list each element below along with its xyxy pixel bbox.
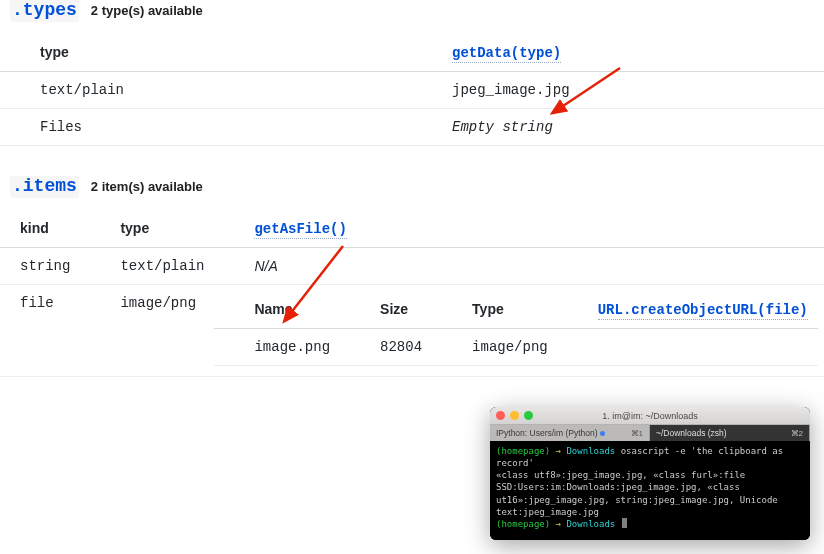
terminal-window: 1. im@im: ~/Downloads IPython: Users/im …: [490, 407, 810, 540]
items-row1-type: image/png: [80, 285, 214, 377]
types-col-getdata[interactable]: getData(type): [452, 45, 561, 63]
types-row0-getdata: jpeg_image.jpg: [412, 72, 824, 109]
terminal-tab-downloads[interactable]: ~/Downloads (zsh) ⌘2: [650, 425, 810, 441]
types-row0-type: text/plain: [0, 72, 412, 109]
types-table: type getData(type) text/plain jpeg_image…: [0, 34, 824, 146]
file-size: 82804: [340, 329, 432, 366]
items-col-kind: kind: [0, 210, 80, 248]
items-row0-type: text/plain: [80, 248, 214, 285]
terminal-titlebar: 1. im@im: ~/Downloads: [490, 407, 810, 425]
types-row1-type: Files: [0, 109, 412, 146]
file-col-url[interactable]: URL.createObjectURL(file): [598, 302, 808, 320]
cursor-icon: [622, 518, 627, 528]
types-heading: .types: [10, 0, 79, 22]
types-row1-getdata: Empty string: [412, 109, 824, 146]
file-col-type: Type: [432, 291, 558, 329]
terminal-body[interactable]: (homepage) → Downloads osascript -e 'the…: [490, 441, 810, 540]
types-subtitle: 2 type(s) available: [91, 3, 203, 18]
items-row0-getasfile: N/A: [214, 248, 824, 285]
types-col-type: type: [0, 34, 412, 72]
terminal-title: 1. im@im: ~/Downloads: [490, 411, 810, 421]
table-row: Files Empty string: [0, 109, 824, 146]
items-subtitle: 2 item(s) available: [91, 179, 203, 194]
items-section: .items 2 item(s) available kind type get…: [0, 176, 824, 387]
table-row: file image/png Name Size Type URL.create…: [0, 285, 824, 377]
terminal-tab-ipython[interactable]: IPython: Users/im (Python) ⌘1: [490, 425, 650, 441]
terminal-output: «class utf8»:jpeg_image.jpg, «class furl…: [496, 469, 804, 518]
terminal-tabs: IPython: Users/im (Python) ⌘1 ~/Download…: [490, 425, 810, 441]
items-row1-kind: file: [0, 285, 80, 377]
file-type: image/png: [432, 329, 558, 366]
file-name: image.png: [214, 329, 340, 366]
items-col-getasfile[interactable]: getAsFile(): [254, 221, 346, 239]
file-col-name: Name: [214, 291, 340, 329]
file-col-size: Size: [340, 291, 432, 329]
types-section: .types 2 type(s) available type getData(…: [0, 0, 824, 156]
items-heading: .items: [10, 176, 79, 198]
items-row0-kind: string: [0, 248, 80, 285]
table-row: string text/plain N/A: [0, 248, 824, 285]
items-col-type: type: [80, 210, 214, 248]
items-table: kind type getAsFile() string text/plain …: [0, 210, 824, 377]
table-row: text/plain jpeg_image.jpg: [0, 72, 824, 109]
file-detail-table: Name Size Type URL.createObjectURL(file)…: [214, 291, 817, 366]
